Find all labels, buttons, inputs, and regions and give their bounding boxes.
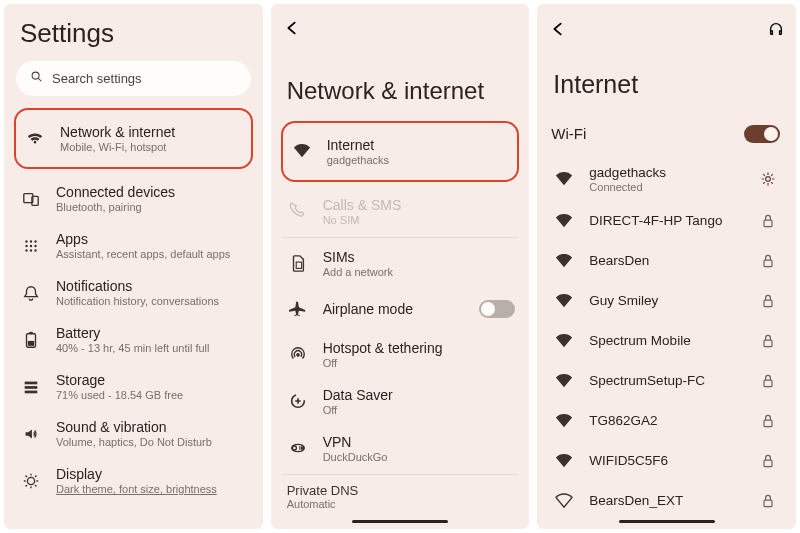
lock-icon bbox=[754, 493, 782, 509]
item-title: Notifications bbox=[56, 278, 249, 294]
wifi-solid-icon bbox=[289, 142, 315, 160]
wifi-ssid: Spectrum Mobile bbox=[589, 333, 742, 348]
wifi-network-direct-4f-hp-tango[interactable]: DIRECT-4F-HP Tango bbox=[547, 201, 786, 241]
wifi-ssid: BearsDen_EXT bbox=[589, 493, 742, 508]
item-subtitle: Notification history, conversations bbox=[56, 295, 249, 307]
item-title: Internet bbox=[327, 137, 512, 153]
phone-icon bbox=[285, 202, 311, 220]
item-subtitle: Off bbox=[323, 357, 516, 369]
wifi-signal-icon bbox=[551, 212, 577, 230]
hotspot-icon bbox=[285, 345, 311, 363]
network-internet-screen: Network & internet Internet gadgethacks … bbox=[271, 4, 530, 529]
datasaver-icon bbox=[285, 392, 311, 410]
network-item-hotspot-tethering[interactable]: Hotspot & tethering Off bbox=[281, 331, 520, 378]
back-button[interactable] bbox=[281, 17, 303, 39]
highlight-box: Network & internet Mobile, Wi-Fi, hotspo… bbox=[14, 108, 253, 169]
settings-item-apps[interactable]: Apps Assistant, recent apps, default app… bbox=[14, 222, 253, 269]
wifi-ssid: BearsDen bbox=[589, 253, 742, 268]
airplane-mode-toggle[interactable] bbox=[479, 300, 515, 318]
wifi-network-spectrum-mobile[interactable]: Spectrum Mobile bbox=[547, 321, 786, 361]
wifi-icon bbox=[22, 130, 48, 148]
vpn-icon bbox=[285, 439, 311, 457]
airplane-icon bbox=[285, 300, 311, 318]
divider bbox=[283, 237, 518, 238]
settings-item-sound-vibration[interactable]: Sound & vibration Volume, haptics, Do No… bbox=[14, 410, 253, 457]
item-title: VPN bbox=[323, 434, 516, 450]
item-subtitle: 71% used - 18.54 GB free bbox=[56, 389, 249, 401]
wifi-ssid: SpectrumSetup-FC bbox=[589, 373, 742, 388]
network-item-data-saver[interactable]: Data Saver Off bbox=[281, 378, 520, 425]
item-subtitle: Mobile, Wi-Fi, hotspot bbox=[60, 141, 245, 153]
page-title: Settings bbox=[20, 18, 249, 49]
lock-icon bbox=[754, 253, 782, 269]
wifi-network-gadgethacks[interactable]: gadgethacks Connected bbox=[547, 157, 786, 201]
settings-item-connected-devices[interactable]: Connected devices Bluetooth, pairing bbox=[14, 175, 253, 222]
item-subtitle: gadgethacks bbox=[327, 154, 512, 166]
wifi-signal-icon bbox=[551, 252, 577, 270]
item-title: Connected devices bbox=[56, 184, 249, 200]
wifi-ssid: DIRECT-4F-HP Tango bbox=[589, 213, 742, 228]
search-settings[interactable]: Search settings bbox=[16, 61, 251, 96]
item-subtitle: No SIM bbox=[323, 214, 516, 226]
search-icon bbox=[30, 70, 44, 87]
item-subtitle: Assistant, recent apps, default apps bbox=[56, 248, 249, 260]
headset-icon[interactable] bbox=[766, 19, 786, 39]
back-button[interactable] bbox=[547, 18, 569, 40]
item-title: Hotspot & tethering bbox=[323, 340, 516, 356]
display-icon bbox=[18, 472, 44, 490]
settings-item-network-internet[interactable]: Network & internet Mobile, Wi-Fi, hotspo… bbox=[18, 115, 249, 162]
wifi-network-bearsden[interactable]: BearsDen bbox=[547, 241, 786, 281]
wifi-label: Wi-Fi bbox=[551, 125, 586, 142]
private-dns-subtitle: Automatic bbox=[281, 498, 520, 516]
settings-item-notifications[interactable]: Notifications Notification history, conv… bbox=[14, 269, 253, 316]
network-item-internet[interactable]: Internet gadgethacks bbox=[285, 128, 516, 175]
network-item-calls-sms: Calls & SMS No SIM bbox=[281, 188, 520, 235]
wifi-network-tg862ga2[interactable]: TG862GA2 bbox=[547, 401, 786, 441]
settings-item-display[interactable]: Display Dark theme, font size, brightnes… bbox=[14, 457, 253, 504]
item-subtitle: Add a network bbox=[323, 266, 516, 278]
wifi-signal-icon bbox=[551, 452, 577, 470]
item-title: Data Saver bbox=[323, 387, 516, 403]
nav-bar-handle bbox=[352, 520, 448, 523]
wifi-signal-icon bbox=[551, 372, 577, 390]
settings-item-storage[interactable]: Storage 71% used - 18.54 GB free bbox=[14, 363, 253, 410]
wifi-network-spectrumsetup-fc[interactable]: SpectrumSetup-FC bbox=[547, 361, 786, 401]
item-title: Airplane mode bbox=[323, 301, 468, 317]
wifi-ssid: TG862GA2 bbox=[589, 413, 742, 428]
network-item-vpn[interactable]: VPN DuckDuckGo bbox=[281, 425, 520, 472]
internet-screen: Internet Wi-Fi gadgethacks Connected DIR… bbox=[537, 4, 796, 529]
item-subtitle: DuckDuckGo bbox=[323, 451, 516, 463]
settings-item-battery[interactable]: Battery 40% - 13 hr, 45 min left until f… bbox=[14, 316, 253, 363]
item-title: Calls & SMS bbox=[323, 197, 516, 213]
network-item-airplane-mode[interactable]: Airplane mode bbox=[281, 287, 520, 331]
bell-icon bbox=[18, 284, 44, 302]
item-title: Apps bbox=[56, 231, 249, 247]
item-subtitle: Bluetooth, pairing bbox=[56, 201, 249, 213]
item-title: Display bbox=[56, 466, 249, 482]
item-title: SIMs bbox=[323, 249, 516, 265]
wifi-network-bearsden-ext[interactable]: BearsDen_EXT bbox=[547, 481, 786, 517]
gear-icon[interactable] bbox=[754, 171, 782, 187]
wifi-signal-icon bbox=[551, 170, 577, 188]
wifi-status: Connected bbox=[589, 181, 742, 193]
lock-icon bbox=[754, 333, 782, 349]
wifi-signal-icon bbox=[551, 292, 577, 310]
network-item-sims[interactable]: SIMs Add a network bbox=[281, 240, 520, 287]
item-subtitle: 40% - 13 hr, 45 min left until full bbox=[56, 342, 249, 354]
wifi-network-wifid5c5f6[interactable]: WIFID5C5F6 bbox=[547, 441, 786, 481]
lock-icon bbox=[754, 453, 782, 469]
private-dns-title[interactable]: Private DNS bbox=[281, 477, 520, 498]
wifi-signal-icon bbox=[551, 412, 577, 430]
battery-icon bbox=[18, 331, 44, 349]
lock-icon bbox=[754, 373, 782, 389]
item-title: Network & internet bbox=[60, 124, 245, 140]
item-subtitle: Off bbox=[323, 404, 516, 416]
sound-icon bbox=[18, 425, 44, 443]
lock-icon bbox=[754, 213, 782, 229]
wifi-network-guy-smiley[interactable]: Guy Smiley bbox=[547, 281, 786, 321]
wifi-toggle[interactable] bbox=[744, 125, 780, 143]
wifi-signal-icon bbox=[551, 332, 577, 350]
sim-icon bbox=[285, 254, 311, 272]
wifi-ssid: gadgethacks bbox=[589, 165, 742, 180]
search-placeholder: Search settings bbox=[52, 71, 142, 86]
